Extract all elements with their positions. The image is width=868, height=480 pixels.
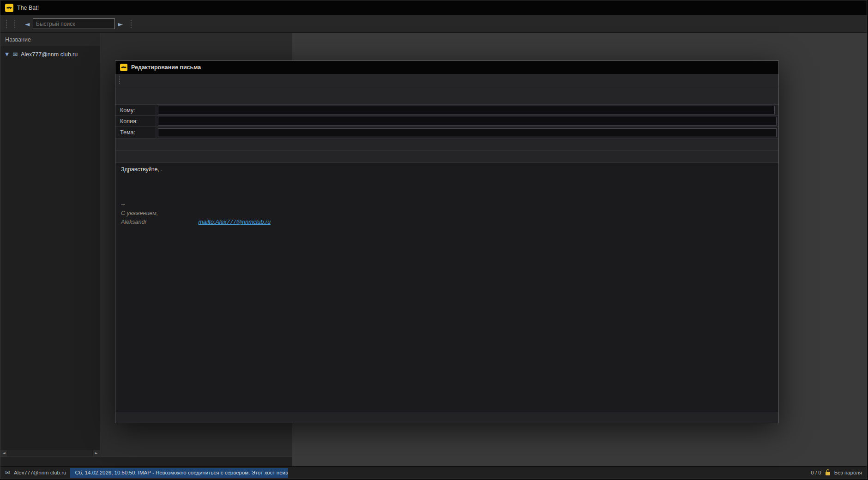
signature-regards: С уважением, [121,209,773,218]
toolbar-grip [119,76,122,84]
message-list-tabs [100,456,292,466]
cc-label: Копия: [115,116,156,126]
folder-pane-tabs [0,456,100,466]
compose-toolbar [115,86,778,105]
compose-title: Редактирование письма [131,64,201,71]
address-fields: Кому: Копия: Тема: [115,105,778,138]
status-counter: 0 / 0 [811,470,821,475]
search-next-button[interactable]: ► [115,18,126,30]
cc-row: Копия: [115,116,778,127]
account-icon: ✉ [11,51,20,58]
status-account[interactable]: Alex777@nnm club.ru [14,470,66,475]
account-name: Alex777@nnm club.ru [21,51,78,58]
window-title: The Bat! [17,5,39,11]
status-password[interactable]: Без пароля [834,470,862,475]
main-statusbar: ✉ Alex777@nnm club.ru Сб, 14.02.2026, 10… [0,466,867,479]
folder-pane: Название ▼ ✉ Alex777@nnm club.ru ◄ ► [0,33,100,466]
compose-window: Редактирование письма Кому: Копи [115,60,779,423]
compose-icon [120,64,127,71]
to-row: Кому: [115,105,778,116]
body-greeting: Здравствуйте, . [121,165,773,174]
tree-hscrollbar: ◄ ► [0,450,100,456]
search-previous-button[interactable]: ◄ [22,18,33,30]
the-bat-window: The Bat! ◄ ► Название ▼ ✉ A [0,0,867,479]
main-titlebar: The Bat! [0,0,867,15]
folder-tree: ▼ ✉ Alex777@nnm club.ru [0,46,100,60]
format-toolbar-1 [115,138,778,151]
compose-menubar [115,74,778,86]
signature-mailto-link[interactable]: mailto:Alex777@nnmclub.ru [199,219,271,225]
scrollbar-track[interactable] [8,450,92,456]
toolbar-grip [131,20,133,28]
signature-name: Aleksandr [121,219,147,225]
subject-label: Тема: [115,127,156,138]
body-blank-lines [121,174,773,200]
folder-pane-header: Название [0,33,100,46]
subject-input[interactable] [158,128,777,137]
scroll-left-button[interactable]: ◄ [0,450,7,456]
main-menubar: ◄ ► [0,15,867,33]
status-message: Сб, 14.02.2026, 10:50:50: IMAP - Невозмо… [70,468,288,478]
to-label: Кому: [115,105,156,115]
signature-delimiter: -- [121,200,773,209]
format-toolbar-2 [115,151,778,163]
scroll-right-button[interactable]: ► [93,450,100,456]
mail-account-icon: ✉ [5,469,10,476]
cc-input[interactable] [158,117,777,126]
compose-titlebar: Редактирование письма [115,61,778,74]
toolbar-grip [6,20,9,28]
compose-statusbar [115,413,778,423]
app-icon [5,4,13,12]
message-body-editor[interactable]: Здравствуйте, . -- С уважением, Aleksand… [115,163,778,413]
password-lock-icon [826,472,830,475]
subject-row: Тема: [115,127,778,138]
account-row[interactable]: ▼ ✉ Alex777@nnm club.ru [0,48,100,60]
quick-search-input[interactable] [33,18,115,29]
chevron-down-icon[interactable]: ▼ [3,52,11,57]
quick-search: ◄ ► [22,18,126,30]
toolbar-grip [14,20,17,28]
to-input[interactable] [158,106,775,114]
